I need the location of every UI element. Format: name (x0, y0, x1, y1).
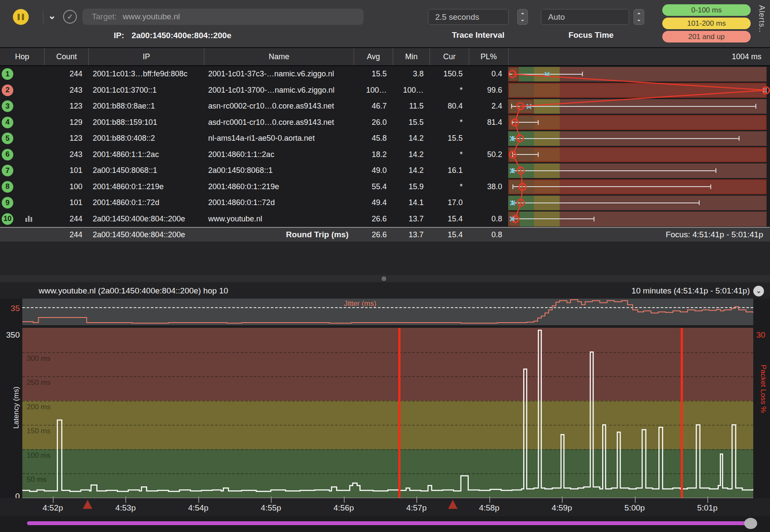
latency-line (22, 328, 753, 498)
hop-latency-graph: ✕ (508, 163, 768, 179)
bar-chart-icon[interactable] (25, 216, 32, 222)
trace-interval-stepper[interactable]: ⌃⌄ (517, 9, 528, 25)
axis-tick (344, 496, 345, 503)
pl-cell: 38.0 (469, 179, 508, 195)
current-marker: ✕ (509, 166, 516, 175)
timeline-title: www.youtube.nl (2a00:1450:400e:804::200e… (39, 286, 228, 296)
table-row[interactable]: 22432001:1c01:3700::12001-1c01-3700-…nam… (0, 82, 770, 99)
avg-cell: 100… (354, 82, 393, 99)
count-cell: 243 (44, 82, 88, 99)
min-cell: 3.8 (393, 66, 430, 82)
ip-cell: 2001:b88:0:8ae::1 (88, 98, 204, 115)
current-marker: ✕ (509, 133, 515, 143)
col-min[interactable]: Min (393, 48, 430, 65)
whisker-cap (538, 120, 539, 125)
name-cell: 2001-1c01-37c3-…namic.v6.ziggo.nl (204, 66, 354, 82)
focus-time-select[interactable]: Auto (541, 9, 629, 25)
pingplotter-window: ⌄ ✓ Target: www.youtube.nl IP: 2a00:1450… (0, 0, 770, 532)
avg-marker (508, 70, 516, 78)
name-cell: asd-rc0001-cr10…0.core.as9143.net (204, 115, 354, 131)
pause-button[interactable] (13, 9, 29, 25)
packet-loss-ymax-label: 30 (756, 330, 765, 340)
name-cell: 2001:4860:1:1::2ac (204, 147, 354, 163)
hop-latency-graph (508, 115, 768, 131)
min-cell: 14.2 (393, 130, 430, 147)
name-cell: 2001:4860:0:1::72d (204, 195, 354, 211)
table-row[interactable]: 62432001:4860:1:1::2ac2001:4860:1:1::2ac… (0, 147, 770, 163)
cur-cell: 16.1 (430, 163, 469, 179)
target-input[interactable]: Target: www.youtube.nl (82, 9, 364, 25)
table-row[interactable]: 71012a00:1450:8068::12a00:1450:8068::149… (0, 163, 770, 179)
cur-cell: 80.4 (430, 98, 469, 115)
check-circle-icon[interactable]: ✓ (63, 10, 77, 24)
avg-cell: 18.2 (354, 147, 393, 163)
cur-cell: * (430, 115, 469, 131)
hop-status-badge: 10 (2, 213, 13, 225)
hop-cell: 9 (0, 195, 44, 211)
axis-tick (489, 496, 490, 503)
table-row[interactable]: 31232001:b88:0:8ae::1asn-rc0002-cr10…0.c… (0, 98, 770, 115)
min-cell: 13.7 (393, 211, 430, 227)
splitter-handle-icon[interactable] (382, 276, 386, 281)
rt-count: 244 (44, 228, 88, 242)
scrollbar-track[interactable] (27, 521, 749, 525)
chevron-down-circle-icon[interactable]: ⌄ (753, 286, 764, 296)
ip-cell: 2001:4860:0:1::219e (88, 179, 204, 195)
table-row[interactable]: 91012001:4860:0:1::72d2001:4860:0:1::72d… (0, 195, 770, 211)
count-cell: 123 (44, 98, 88, 115)
trace-interval-select[interactable]: 2.5 seconds (428, 9, 509, 25)
time-range-label: 10 minutes (4:51:41p - 5:01:41p) (631, 286, 750, 296)
col-count[interactable]: Count (44, 48, 88, 65)
target-value: www.youtube.nl (123, 12, 180, 21)
rt-pl: 0.8 (469, 228, 508, 242)
time-label: 4:54p (188, 503, 209, 513)
hop-cell: 10 (0, 211, 44, 227)
col-hop[interactable]: Hop (0, 48, 44, 65)
pl-cell (469, 195, 508, 211)
cur-cell: * (430, 82, 469, 99)
scrollbar-thumb[interactable] (744, 518, 757, 529)
whisker-cap (594, 217, 594, 221)
alert-triangle-icon (448, 500, 458, 509)
col-cur[interactable]: Cur (430, 48, 469, 65)
whisker-cap (511, 104, 512, 109)
focus-time-value: Auto (548, 12, 565, 22)
hop-latency-graph: ✕ (508, 211, 768, 227)
hop-status-badge: 5 (2, 133, 13, 144)
ip-cell: 2001:b88:0:408::2 (88, 130, 204, 147)
time-label: 4:57p (406, 503, 427, 513)
whisker-cap (710, 184, 711, 189)
table-row[interactable]: 51232001:b88:0:408::2nl-ams14a-ri1-ae50-… (0, 130, 770, 147)
count-cell: 129 (44, 115, 88, 131)
col-ip[interactable]: IP (88, 48, 204, 65)
whisker-cap (538, 152, 539, 157)
chevron-down-icon[interactable]: ⌄ (48, 10, 56, 21)
min-max-whisker (512, 218, 594, 219)
cur-cell: 15.4 (430, 211, 469, 227)
cur-cell: * (430, 147, 469, 163)
focus-time-stepper[interactable]: ⌃⌄ (634, 9, 644, 25)
axis-tick (635, 496, 636, 503)
name-cell: asn-rc0002-cr10…0.core.as9143.net (204, 98, 354, 115)
name-cell: 2001-1c01-3700-…namic.v6.ziggo.nl (204, 82, 354, 99)
whisker-cap (512, 184, 513, 189)
table-row[interactable]: 12442001:1c01:3…bff:fe9d:808c2001-1c01-3… (0, 66, 770, 82)
round-trip-row: 244 2a00:1450:400e:804::200e Round Trip … (0, 227, 770, 242)
ip-line: IP: 2a00:1450:400e:804::200e (114, 31, 231, 40)
col-avg[interactable]: Avg (354, 48, 393, 65)
hop-cell: 3 (0, 98, 44, 115)
legend-pill: 0-100 ms (662, 4, 751, 16)
packet-loss-overlay (508, 147, 767, 162)
col-pl[interactable]: PL% (469, 48, 508, 65)
time-range-selector[interactable]: 10 minutes (4:51:41p - 5:01:41p) ⌄ (631, 286, 764, 296)
stepper-down-icon[interactable]: ⌄ (637, 17, 641, 21)
avg-cell: 49.0 (354, 163, 393, 179)
table-row[interactable]: 102442a00:1450:400e:804::200ewww.youtube… (0, 211, 770, 227)
alerts-tab[interactable]: Alerts.. (757, 5, 766, 33)
table-row[interactable]: 81002001:4860:0:1::219e2001:4860:0:1::21… (0, 179, 770, 195)
hop-cell: 5 (0, 130, 44, 147)
stepper-down-icon[interactable]: ⌄ (520, 17, 524, 21)
table-row[interactable]: 41292001:b88::159:101asd-rc0001-cr10…0.c… (0, 115, 770, 131)
avg-cell: 49.4 (354, 195, 393, 211)
col-name[interactable]: Name (204, 48, 354, 65)
